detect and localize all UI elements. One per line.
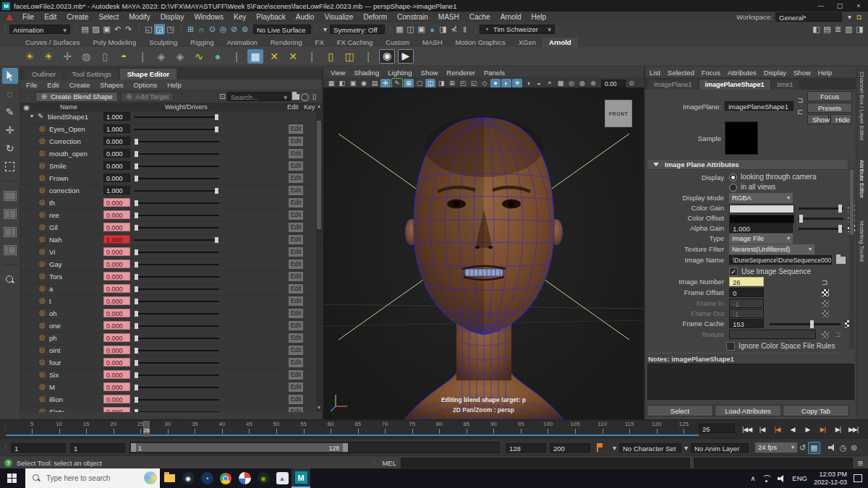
arnold-physical-sky-icon[interactable]: ◓ [116,49,132,64]
current-frame-field[interactable]: 26 [699,424,735,433]
weight-value-field[interactable]: 1.000 [103,124,130,133]
select-hierarchy-icon[interactable]: ◱ [143,24,154,35]
shape-name[interactable]: Frown [49,174,68,182]
resolution-gate-icon[interactable]: ◫ [425,79,435,88]
anim-layer-menu-icon[interactable]: ▾ [681,443,691,453]
slider-handle[interactable] [135,372,138,378]
shelf-tab-fx-caching[interactable]: FX Caching [331,38,380,47]
camera-attributes-icon[interactable]: ▣ [348,79,358,88]
select-component-icon[interactable]: ◳ [165,24,176,35]
perspective-viewport[interactable]: ViewShadingLightingShowRendererPanels ▦◧… [323,67,644,419]
edit-target-button[interactable]: Edit [289,124,303,134]
weight-slider[interactable] [134,362,219,364]
multisample-icon[interactable]: ▩ [556,79,566,88]
shape-row-Correction[interactable]: ◎Correction0.000Edit [20,136,322,148]
se-menu-options[interactable]: Options [133,81,157,89]
shape-row-illion[interactable]: ◎illion0.000Edit [20,394,322,406]
weight-slider[interactable] [134,239,219,241]
affinity-app-icon[interactable]: ◔ [197,468,216,488]
ignore-color-space-checkbox[interactable]: Ignore Color Space File Rules [726,341,835,350]
presets-button[interactable]: Presets [807,103,852,113]
grip-handle[interactable]: ⋮ [70,26,80,33]
gamma-icon[interactable]: ⊙ [626,79,637,88]
weight-slider[interactable] [134,202,219,204]
shape-name[interactable]: M [49,383,55,391]
weight-slider[interactable] [134,313,219,314]
weight-value-field[interactable]: 1.000 [103,235,130,244]
new-group-folder-icon[interactable] [291,92,300,101]
shape-name[interactable]: th [49,199,55,207]
shape-row-Nah[interactable]: ◎Nah1.000Edit [20,234,322,247]
frame-selection-icon[interactable]: ⊡ [218,92,227,101]
safe-action-icon[interactable]: ◰ [458,79,468,88]
focus-button[interactable]: Focus [807,91,852,101]
bookmark-icon[interactable]: ◉ [359,79,369,88]
menu-item-constrain[interactable]: Constrain [397,13,428,21]
image-name-field[interactable]: \DuneSequence\DuneSequence000.jpg [729,255,832,265]
menu-item-file[interactable]: File [22,13,34,21]
shape-name[interactable]: illion [49,395,63,403]
se-menu-shapes[interactable]: Shapes [100,81,123,89]
shape-name[interactable]: Vi [49,248,55,256]
weight-slider[interactable] [134,264,219,265]
steam-icon[interactable]: ◉ [179,468,197,488]
edit-target-button[interactable]: Edit [289,358,303,367]
tab-modeling-toolkit[interactable]: Modeling Toolkit [859,221,865,262]
grip-handle[interactable]: ⋮ [0,444,9,451]
edit-target-button[interactable]: Edit [289,382,303,392]
use-image-sequence-checkbox[interactable]: ✓ Use Image Sequence [729,267,811,275]
pause-icon[interactable]: ‖ [459,24,470,35]
arnold-light-editor-icon[interactable]: ◫ [341,49,357,64]
maximize-button[interactable]: ▢ [830,0,849,12]
browse-folder-icon[interactable] [836,257,846,265]
image-plane-icon[interactable]: ▤ [370,79,380,88]
arnold-curve-collector-icon[interactable]: ∿ [191,49,207,64]
image-plane-name-field[interactable]: imagePlaneShape1 [725,101,793,111]
shape-row-a[interactable]: ◎a0.000Edit [20,283,322,296]
grip-handle[interactable]: ⋮ [134,26,143,33]
menu-item-playback[interactable]: Playback [256,13,286,21]
shape-row-Eyes_Open[interactable]: ◎Eyes_Open1.000Edit [20,124,322,136]
edit-target-button[interactable]: Edit [289,235,303,244]
edit-target-button[interactable]: Edit [289,174,303,183]
arnold-standin-icon[interactable]: ◈ [153,49,169,64]
shape-row-mouth_open[interactable]: ◎mouth_open0.000Edit [20,148,322,160]
weight-slider[interactable] [134,374,219,376]
weight-value-field[interactable]: 0.000 [103,161,130,170]
vp-menu-view[interactable]: View [331,69,345,77]
select-object-icon[interactable]: ◲ [154,24,165,35]
weight-value-field[interactable]: 0.000 [103,370,130,379]
title-bar[interactable]: M faceLowFile2.0023.mb* - Autodesk MAYA … [0,0,868,12]
weight-value-field[interactable]: 0.000 [103,284,130,293]
move-tool-icon[interactable]: ✛ [2,122,18,138]
shape-name[interactable]: one [49,322,61,330]
edit-target-button[interactable]: Edit [289,161,303,171]
weight-value-field[interactable]: 0.000 [103,296,130,305]
shape-row-Six[interactable]: ◎Six0.000Edit [20,369,322,382]
se-menu-create[interactable]: Create [69,81,90,89]
open-scene-icon[interactable]: ▨ [90,24,101,35]
expand-icon[interactable]: ▾ [30,113,33,119]
arnold-ipr-icon[interactable]: ▶ [398,49,414,64]
evaluation-mode-icon[interactable]: ⊚ [848,442,859,453]
outliner-layout-button[interactable] [2,242,18,258]
weight-slider[interactable] [134,387,219,388]
mute-audio-icon[interactable] [827,442,838,453]
slider-handle[interactable] [135,139,138,145]
weight-slider[interactable] [134,350,219,351]
shape-name[interactable]: a [49,285,53,293]
slider-handle[interactable] [135,348,138,354]
single-pane-layout-button[interactable] [2,188,18,204]
select-camera-icon[interactable]: ▦ [326,79,336,88]
menu-item-display[interactable]: Display [161,13,184,21]
2d-pan-zoom-icon[interactable]: ✛ [380,79,391,88]
notes-textarea[interactable] [647,364,854,400]
weight-slider[interactable] [134,338,219,339]
shape-name[interactable]: correction [49,187,80,194]
render-view-icon[interactable]: ▦ [394,24,405,35]
shelf-tab-rendering[interactable]: Rendering [264,38,309,47]
safe-title-icon[interactable]: ◱ [469,79,479,88]
frame-cache-slider[interactable] [770,323,841,325]
weight-value-field[interactable]: 0.000 [103,223,130,231]
weight-slider[interactable] [134,129,219,130]
